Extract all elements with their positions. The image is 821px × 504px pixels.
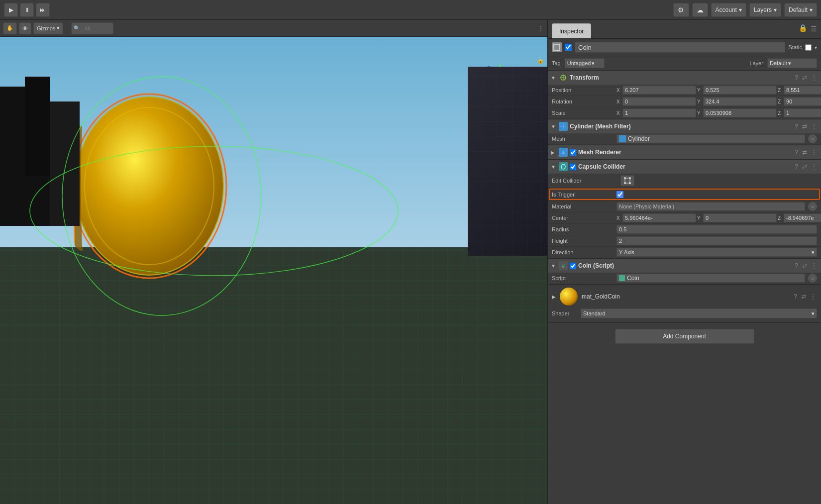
mesh-filter-actions: ? ⇄ ⋮ xyxy=(794,123,818,130)
is-trigger-value xyxy=(616,191,817,198)
shader-dropdown[interactable]: Standard ▾ xyxy=(581,308,817,318)
scene-more-icon[interactable]: ⋮ xyxy=(537,24,544,32)
settings-icon[interactable]: ⇄ xyxy=(801,149,808,156)
position-y-input[interactable] xyxy=(703,86,777,95)
capsule-collider-checkbox[interactable] xyxy=(570,164,576,170)
material-collapse-arrow[interactable]: ▶ xyxy=(552,294,556,300)
coin-script-section: ▼ # Coin (Script) ? ⇄ ⋮ Script xyxy=(548,259,821,285)
object-name-input[interactable] xyxy=(575,42,785,53)
mesh-value: Cylinder ○ xyxy=(616,134,817,143)
help-icon[interactable]: ? xyxy=(793,293,798,300)
default-layout-dropdown[interactable]: Default ▾ xyxy=(784,3,817,17)
coin-script-header[interactable]: ▼ # Coin (Script) ? ⇄ ⋮ xyxy=(548,259,821,273)
physic-material-field[interactable]: None (Physic Material) xyxy=(616,202,805,211)
scene-search-input[interactable] xyxy=(81,22,111,34)
scale-x-input[interactable] xyxy=(622,108,696,117)
cloud-icon-button[interactable]: ☁ xyxy=(692,3,708,17)
view-tool[interactable]: 👁 xyxy=(19,22,31,34)
help-icon[interactable]: ? xyxy=(794,149,799,156)
mesh-filter-icon xyxy=(559,122,568,131)
position-x-input[interactable] xyxy=(622,86,696,95)
script-value: Coin ○ xyxy=(616,274,817,283)
center-xyz: X Y Z xyxy=(616,213,821,222)
is-trigger-checkbox[interactable] xyxy=(616,191,623,198)
inspector-tab[interactable]: Inspector xyxy=(552,23,591,38)
position-row: Position X Y Z xyxy=(548,85,821,96)
tag-dropdown[interactable]: Untagged ▾ xyxy=(565,58,605,68)
help-icon[interactable]: ? xyxy=(794,163,799,170)
settings-icon[interactable]: ⇄ xyxy=(801,123,808,130)
settings-icon[interactable]: ⇄ xyxy=(801,163,808,170)
rotation-y-input[interactable] xyxy=(703,97,777,106)
account-dropdown[interactable]: Account ▾ xyxy=(711,3,746,17)
static-dropdown-arrow[interactable]: ▾ xyxy=(815,45,817,50)
add-component-button[interactable]: Add Component xyxy=(615,329,754,344)
more-icon[interactable]: ⋮ xyxy=(810,123,818,130)
scale-y-input[interactable] xyxy=(703,108,777,117)
physic-material-value: None (Physic Material) ○ xyxy=(616,202,817,211)
edit-collider-button[interactable] xyxy=(620,175,634,186)
help-icon[interactable]: ? xyxy=(794,123,799,130)
more-icon[interactable]: ⋮ xyxy=(810,74,818,81)
object-header: Static ▾ xyxy=(548,39,821,56)
position-z-input[interactable] xyxy=(784,86,821,95)
eye-icon: 👁 xyxy=(22,25,28,31)
static-checkbox[interactable] xyxy=(805,44,812,51)
scale-row: Scale X Y Z xyxy=(548,107,821,119)
hand-tool[interactable]: ✋ xyxy=(3,22,17,34)
settings-icon[interactable]: ⇄ xyxy=(800,293,807,300)
radius-input[interactable] xyxy=(616,225,817,234)
height-input[interactable] xyxy=(616,236,817,245)
mesh-field[interactable]: Cylinder xyxy=(616,134,805,143)
more-icon[interactable]: ⋮ xyxy=(810,262,818,269)
center-y-input[interactable] xyxy=(703,213,777,222)
more-icon[interactable]: ⋮ xyxy=(810,163,818,170)
more-icon[interactable]: ⋮ xyxy=(810,149,818,156)
help-icon[interactable]: ? xyxy=(794,262,799,269)
script-field[interactable]: Coin xyxy=(616,274,805,283)
center-x-input[interactable] xyxy=(622,213,696,222)
capsule-collider-header[interactable]: ▼ Capsule Collider ? ⇄ ⋮ xyxy=(548,160,821,174)
settings-icon: ⚙ xyxy=(678,6,684,14)
shader-row: Shader Standard ▾ xyxy=(552,307,817,319)
scene-view[interactable]: ✋ 👁 Gizmos ▾ 🔍 ⋮ xyxy=(0,20,547,504)
mesh-select-button[interactable]: ○ xyxy=(808,134,817,143)
script-select-button[interactable]: ○ xyxy=(808,274,817,283)
play-button[interactable]: ▶ xyxy=(4,3,18,17)
inspector-more-icon[interactable]: ☰ xyxy=(811,25,817,33)
top-toolbar: ▶ ⏸ ⏭ ⚙ ☁ Account ▾ Layers ▾ Default ▾ xyxy=(0,0,821,20)
mesh-row: Mesh Cylinder ○ xyxy=(548,133,821,145)
mesh-renderer-checkbox[interactable] xyxy=(570,149,576,156)
cloud-icon: ☁ xyxy=(697,6,704,14)
object-active-checkbox[interactable] xyxy=(565,44,572,51)
scale-z-input[interactable] xyxy=(784,108,821,117)
search-icon: 🔍 xyxy=(74,25,80,31)
more-icon[interactable]: ⋮ xyxy=(809,293,817,300)
settings-icon[interactable]: ⇄ xyxy=(801,262,808,269)
center-row: Center X Y Z xyxy=(548,212,821,224)
capsule-collider-actions: ? ⇄ ⋮ xyxy=(794,163,818,170)
pause-button[interactable]: ⏸ xyxy=(20,3,34,17)
settings-icon-button[interactable]: ⚙ xyxy=(673,3,689,17)
layers-dropdown[interactable]: Layers ▾ xyxy=(749,3,781,17)
direction-dropdown[interactable]: Y-Axis ▾ xyxy=(616,248,817,257)
center-z-input[interactable] xyxy=(784,213,821,222)
physic-material-select-button[interactable]: ○ xyxy=(808,202,817,211)
step-button[interactable]: ⏭ xyxy=(36,3,50,17)
inspector-lock-icon[interactable]: 🔒 xyxy=(799,24,807,32)
gizmos-dropdown[interactable]: Gizmos ▾ xyxy=(33,22,63,34)
coin-script-checkbox[interactable] xyxy=(570,263,576,269)
collapse-arrow: ▼ xyxy=(551,124,557,129)
mesh-filter-header[interactable]: ▼ Cylinder (Mesh Filter) ? ⇄ ⋮ xyxy=(548,119,821,133)
settings-icon[interactable]: ⇄ xyxy=(801,74,808,81)
chevron-down-icon: ▾ xyxy=(57,25,60,31)
transform-header[interactable]: ▼ Transform ? ⇄ ⋮ xyxy=(548,71,821,85)
transform-section: ▼ Transform ? ⇄ ⋮ Position xyxy=(548,71,821,119)
chevron-down-icon: ▾ xyxy=(812,249,815,256)
layer-dropdown[interactable]: Default ▾ xyxy=(767,58,817,68)
help-icon[interactable]: ? xyxy=(794,74,799,81)
rotation-z-input[interactable] xyxy=(784,97,821,106)
rotation-x-input[interactable] xyxy=(622,97,696,106)
center-value: X Y Z xyxy=(616,213,821,222)
mesh-renderer-header[interactable]: ▶ Mesh Renderer ? ⇄ ⋮ xyxy=(548,145,821,159)
